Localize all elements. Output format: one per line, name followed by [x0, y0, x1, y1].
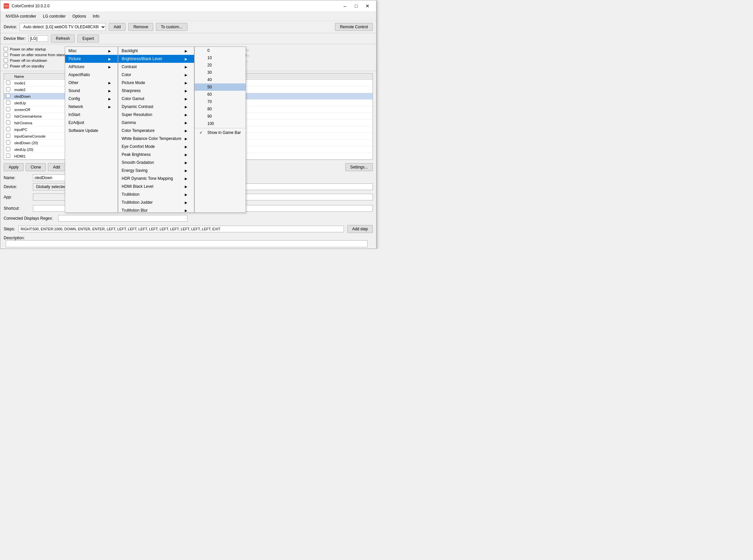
shortcut-label: Shortcut:: [4, 206, 30, 211]
checkbox-power-off-standby-label: Power off on standby: [10, 64, 44, 68]
submenu-arrow-icon: ▶: [185, 49, 187, 53]
submenu-item-color-temperature[interactable]: Color Temperature▶: [118, 127, 194, 135]
checkbox-power-on-standby-label: Power on after resume from standby: [10, 53, 69, 57]
submenu-item-trumotion[interactable]: TruMotion▶: [118, 191, 194, 198]
menu-lg[interactable]: LG controller: [40, 13, 68, 20]
submenu-arrow-icon: ▶: [108, 89, 111, 93]
row-checkbox[interactable]: [6, 87, 10, 92]
submenu-arrow-icon: ▶: [185, 65, 187, 69]
submenu-item-trumotion-judder[interactable]: TruMotion Judder▶: [118, 198, 194, 206]
values-menu: 0102030405060708090100✓Show in Game Bar: [195, 46, 246, 213]
checkbox-power-off-standby-input[interactable]: [4, 64, 8, 68]
show-in-game-bar-label: Show in Game Bar: [207, 130, 241, 135]
value-item-80[interactable]: 80: [195, 105, 246, 113]
remove-button[interactable]: Remove: [128, 23, 153, 31]
context-menu-item-other[interactable]: Other▶: [65, 79, 118, 87]
context-menu-item-instart[interactable]: InStart: [65, 111, 118, 119]
submenu-item-color-gamut[interactable]: Color Gamut▶: [118, 95, 194, 103]
picture-submenu: Backlight▶Brightness/Black Level▶Contras…: [118, 46, 195, 213]
connected-displays-input[interactable]: [58, 215, 187, 222]
expert-button[interactable]: Expert: [77, 35, 99, 42]
add-button[interactable]: Add: [109, 23, 126, 31]
connected-displays-label: Connected Displays Regex:: [4, 216, 53, 221]
submenu-arrow-icon: ▶: [185, 97, 187, 101]
context-menu-item-picture[interactable]: Picture▶: [65, 55, 118, 63]
app-label: App:: [4, 195, 30, 199]
filter-input[interactable]: [28, 35, 48, 42]
submenu-item-brightness/black-level[interactable]: Brightness/Black Level▶: [118, 55, 194, 63]
row-checkbox[interactable]: [6, 134, 10, 138]
context-menu-item-aipicture[interactable]: AiPicture▶: [65, 63, 118, 71]
submenu-item-super-resolution[interactable]: Super Resolution▶: [118, 111, 194, 119]
submenu-item-dynamic-contrast[interactable]: Dynamic Contrast▶: [118, 103, 194, 111]
context-menu-item-misc[interactable]: Misc▶: [65, 47, 118, 55]
row-checkbox[interactable]: [6, 127, 10, 131]
refresh-button[interactable]: Refresh: [51, 35, 75, 42]
submenu-item-peak-brightness[interactable]: Peak Brightness▶: [118, 151, 194, 159]
value-item-60[interactable]: 60: [195, 91, 246, 98]
submenu-item-smooth-gradation[interactable]: Smooth Gradation▶: [118, 159, 194, 166]
submenu-item-contrast[interactable]: Contrast▶: [118, 63, 194, 71]
submenu-item-eye-comfort-mode[interactable]: Eye Comfort Mode▶: [118, 143, 194, 151]
steps-label: Steps:: [4, 227, 15, 231]
row-checkbox[interactable]: [6, 120, 10, 125]
add-preset-button[interactable]: Add: [48, 163, 65, 171]
dropdown-overlay: Misc▶Picture▶AiPicture▶AspectRatioOther▶…: [65, 46, 246, 213]
submenu-arrow-icon: ▶: [185, 105, 187, 109]
checkbox-power-off-shutdown-input[interactable]: [4, 58, 8, 62]
context-menu-item-aspectratio[interactable]: AspectRatio: [65, 71, 118, 79]
context-menu-item-ezadjust[interactable]: EzAdjust: [65, 119, 118, 127]
context-menu-item-network[interactable]: Network▶: [65, 103, 118, 111]
checkbox-power-on-standby-input[interactable]: [4, 53, 8, 57]
add-step-button[interactable]: Add step: [347, 225, 373, 233]
submenu-item-picture-mode[interactable]: Picture Mode▶: [118, 79, 194, 87]
context-menu-item-sound[interactable]: Sound▶: [65, 87, 118, 95]
row-checkbox[interactable]: [6, 80, 10, 85]
settings-button[interactable]: Settings...: [345, 163, 373, 171]
checkbox-power-on-startup-input[interactable]: [4, 47, 8, 51]
context-menu-item-software-update[interactable]: Software Update: [65, 127, 118, 135]
row-checkbox[interactable]: [6, 107, 10, 111]
submenu-item-hdmi-black-level[interactable]: HDMI Black Level▶: [118, 182, 194, 191]
submenu-item-hdr-dynamic-tone-mapping[interactable]: HDR Dynamic Tone Mapping▶: [118, 175, 194, 182]
row-checkbox[interactable]: [6, 114, 10, 118]
to-custom-button[interactable]: To custom...: [156, 23, 187, 31]
submenu-item-sharpness[interactable]: Sharpness▶: [118, 87, 194, 95]
value-item-70[interactable]: 70: [195, 98, 246, 105]
value-item-10[interactable]: 10: [195, 54, 246, 61]
context-menu-item-config[interactable]: Config▶: [65, 95, 118, 103]
value-item-20[interactable]: 20: [195, 61, 246, 69]
value-item-0[interactable]: 0: [195, 47, 246, 54]
submenu-item-gamma[interactable]: Gamma▶: [118, 119, 194, 127]
description-input[interactable]: [6, 240, 368, 247]
value-item-90[interactable]: 90: [195, 113, 246, 120]
menu-info[interactable]: Info: [90, 13, 102, 20]
submenu-arrow-icon: ▶: [108, 105, 111, 109]
maximize-button[interactable]: □: [351, 2, 362, 9]
menu-separator: [195, 128, 246, 128]
device-select[interactable]: Auto detect: [LG] webOS TV OLED48CX8LC, …: [20, 23, 106, 31]
row-checkbox[interactable]: [6, 147, 10, 151]
minimize-button[interactable]: –: [340, 2, 350, 9]
value-item-50[interactable]: 50: [195, 83, 246, 91]
row-checkbox[interactable]: [6, 100, 10, 105]
submenu-item-trumotion-blur[interactable]: TruMotion Blur▶: [118, 206, 194, 213]
submenu-item-backlight[interactable]: Backlight▶: [118, 47, 194, 55]
submenu-item-color[interactable]: Color▶: [118, 71, 194, 79]
submenu-item-energy-saving[interactable]: Energy Saving▶: [118, 166, 194, 175]
show-in-game-bar-item[interactable]: ✓Show in Game Bar: [195, 129, 246, 136]
menu-options[interactable]: Options: [70, 13, 89, 20]
submenu-item-white-balance-color-temperature[interactable]: White Balance Color Temperature▶: [118, 135, 194, 143]
apply-button[interactable]: Apply: [4, 163, 24, 171]
row-checkbox[interactable]: [6, 94, 10, 98]
menu-nvidia[interactable]: NVIDIA controller: [3, 13, 39, 20]
row-checkbox[interactable]: [6, 140, 10, 144]
submenu-arrow-icon: ▶: [185, 169, 187, 173]
remote-control-button[interactable]: Remote Control: [335, 23, 373, 31]
value-item-30[interactable]: 30: [195, 69, 246, 76]
clone-button[interactable]: Clone: [26, 163, 46, 171]
row-checkbox[interactable]: [6, 154, 10, 158]
value-item-100[interactable]: 100: [195, 120, 246, 127]
close-button[interactable]: ✕: [362, 2, 373, 9]
value-item-40[interactable]: 40: [195, 76, 246, 83]
